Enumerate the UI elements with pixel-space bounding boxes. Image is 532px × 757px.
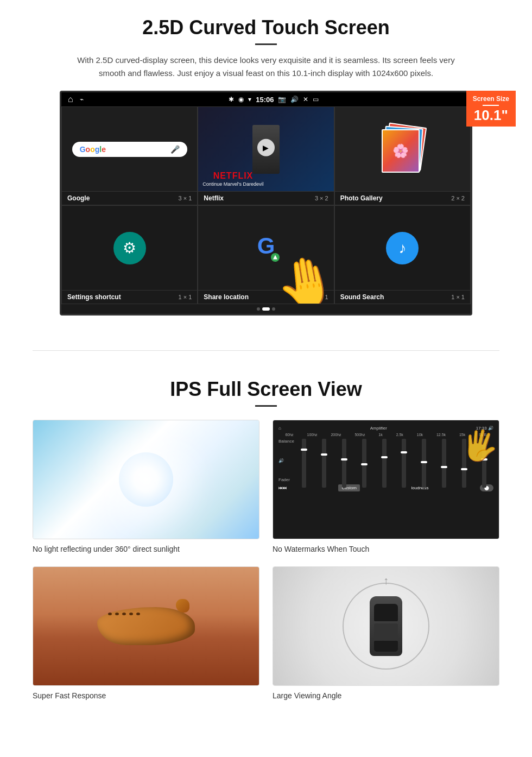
sun-glow <box>119 452 173 507</box>
feature-amplifier: ⌂ Amplifier 17:33 🔊 60hz100hz200hz500hz … <box>273 420 499 553</box>
app-cell-google[interactable]: Google 🎤 Google 3 × 1 <box>61 106 198 205</box>
device-wrapper: ⌂ ⌁ ✱ ◉ ▾ 15:06 📷 🔊 ✕ ▭ <box>60 91 472 316</box>
cheetah-caption: Super Fast Response <box>33 691 259 700</box>
sunlight-visual <box>33 420 259 539</box>
google-app-size: 3 × 1 <box>179 195 192 201</box>
microphone-icon: 🎤 <box>170 145 180 154</box>
touch-hand-icon: 🖐 <box>459 425 499 466</box>
settings-icon: ⚙ <box>113 232 146 264</box>
gallery-app-size: 2 × 2 <box>451 195 465 201</box>
play-button[interactable]: ▶ <box>257 138 275 156</box>
device-screen: ⌂ ⌁ ✱ ◉ ▾ 15:06 📷 🔊 ✕ ▭ <box>60 91 472 316</box>
eq-bar-4 <box>355 439 373 488</box>
music-note-icon: ♪ <box>386 232 419 264</box>
sunlight-caption: No light reflecting under 360° direct su… <box>33 545 259 553</box>
car-visual: ↑ <box>273 567 499 685</box>
eq-bars: 🖐 <box>295 433 493 488</box>
location-icon: ◉ <box>238 96 244 103</box>
camera-icon: 📷 <box>278 96 286 103</box>
app-cell-netflix[interactable]: ▶ NETFLIX Continue Marvel's Daredevil Ne… <box>198 106 334 205</box>
sound-app-content: ♪ <box>335 206 470 290</box>
app-cell-gallery[interactable]: 🌸 Photo Gallery 2 × 2 <box>334 106 471 205</box>
app-cell-share[interactable]: G 🤚 Share location 1 × 1 <box>198 205 334 304</box>
screen-size-badge: Screen Size 10.1" <box>466 91 516 127</box>
section-divider <box>33 350 499 351</box>
amp-custom: ⏮⏭ <box>278 485 287 490</box>
feature-cheetah: Super Fast Response <box>33 566 259 700</box>
hand-touch-icon: 🤚 <box>271 250 334 304</box>
car-caption: Large Viewing Angle <box>273 691 499 700</box>
amp-header: ⌂ Amplifier 17:33 🔊 <box>278 426 493 431</box>
pagination-dots <box>61 304 471 314</box>
home-icon: ⌂ <box>68 94 73 104</box>
x-icon: ✕ <box>303 96 308 103</box>
netflix-app-content: ▶ NETFLIX Continue Marvel's Daredevil <box>198 107 333 191</box>
amp-home-icon: ⌂ <box>278 426 281 431</box>
app-cell-settings[interactable]: ⚙ ⚙ Settings shortcut 1 × 1 <box>61 205 198 304</box>
badge-divider <box>483 105 499 106</box>
amp-title: Amplifier <box>370 426 387 431</box>
eq-bar-8 <box>435 439 453 488</box>
dot-1 <box>257 307 260 311</box>
share-app-content: G 🤚 <box>198 206 333 290</box>
status-center: ✱ ◉ ▾ 15:06 📷 🔊 ✕ ▭ <box>229 96 319 104</box>
app-grid-row1: Google 🎤 Google 3 × 1 <box>61 106 471 205</box>
google-app-content: Google 🎤 <box>62 107 197 191</box>
usb-icon: ⌁ <box>80 96 84 103</box>
status-bar: ⌂ ⌁ ✱ ◉ ▾ 15:06 📷 🔊 ✕ ▭ <box>61 92 471 106</box>
google-label-row: Google 3 × 1 <box>62 191 197 205</box>
netflix-subtitle: Continue Marvel's Daredevil <box>202 181 263 187</box>
google-logo: Google <box>80 145 106 154</box>
sound-app-size: 1 × 1 <box>451 294 465 300</box>
share-app-name: Share location <box>204 293 249 301</box>
eq-bar-1 <box>295 439 313 488</box>
badge-size: 10.1" <box>473 108 509 122</box>
google-search-bar[interactable]: Google 🎤 <box>72 142 187 157</box>
settings-label-row: Settings shortcut 1 × 1 <box>62 290 197 304</box>
amplifier-image: ⌂ Amplifier 17:33 🔊 60hz100hz200hz500hz … <box>273 420 499 539</box>
amplifier-visual: ⌂ Amplifier 17:33 🔊 60hz100hz200hz500hz … <box>273 420 499 539</box>
photo-stack: 🌸 <box>381 125 424 174</box>
status-time: 15:06 <box>256 96 274 104</box>
eq-bar-3 <box>335 439 353 488</box>
photo-card-front: 🌸 <box>382 129 420 173</box>
netflix-app-name: Netflix <box>204 194 224 202</box>
car-image: ↑ <box>273 566 499 686</box>
cheetah-image <box>33 566 259 686</box>
eq-bar-6 <box>395 439 414 488</box>
eq-bar-5 <box>375 439 394 488</box>
google-app-name: Google <box>67 194 90 202</box>
settings-app-content: ⚙ ⚙ <box>62 206 197 290</box>
wifi-icon: ▾ <box>248 96 251 103</box>
section-curved-screen: 2.5D Curved Touch Screen With 2.5D curve… <box>0 0 532 329</box>
dot-3 <box>272 307 275 311</box>
volume-icon: 🔊 <box>290 96 299 103</box>
section1-description: With 2.5D curved-display screen, this de… <box>76 54 456 80</box>
feature-grid: No light reflecting under 360° direct su… <box>33 420 499 700</box>
netflix-logo-text: NETFLIX <box>202 171 263 181</box>
flower-image: 🌸 <box>383 130 419 172</box>
settings-app-size: 1 × 1 <box>179 294 192 300</box>
gallery-label-row: Photo Gallery 2 × 2 <box>335 191 470 205</box>
feature-sunlight: No light reflecting under 360° direct su… <box>33 420 259 553</box>
eq-bar-7 <box>415 439 433 488</box>
feature-car: ↑ Large Viewing Angle <box>273 566 499 700</box>
sound-label-row: Sound Search 1 × 1 <box>335 290 470 304</box>
section2-title: IPS Full Screen View <box>33 378 499 401</box>
cheetah-visual <box>33 567 259 685</box>
window-icon: ▭ <box>313 96 319 103</box>
gallery-app-name: Photo Gallery <box>340 194 383 202</box>
netflix-label: NETFLIX Continue Marvel's Daredevil <box>202 171 263 187</box>
sound-app-name: Sound Search <box>340 293 384 301</box>
app-cell-sound[interactable]: ♪ Sound Search 1 × 1 <box>334 205 471 304</box>
gallery-app-content: 🌸 <box>335 107 470 191</box>
status-left: ⌂ ⌁ <box>68 94 84 104</box>
settings-app-name: Settings shortcut <box>67 293 121 301</box>
title-divider <box>255 43 277 45</box>
title-divider-2 <box>255 405 277 407</box>
badge-label: Screen Size <box>473 95 509 103</box>
netflix-label-row: Netflix 3 × 2 <box>198 191 333 205</box>
dot-2 <box>262 307 270 311</box>
amplifier-caption: No Watermarks When Touch <box>273 545 499 553</box>
sunlight-image <box>33 420 259 539</box>
